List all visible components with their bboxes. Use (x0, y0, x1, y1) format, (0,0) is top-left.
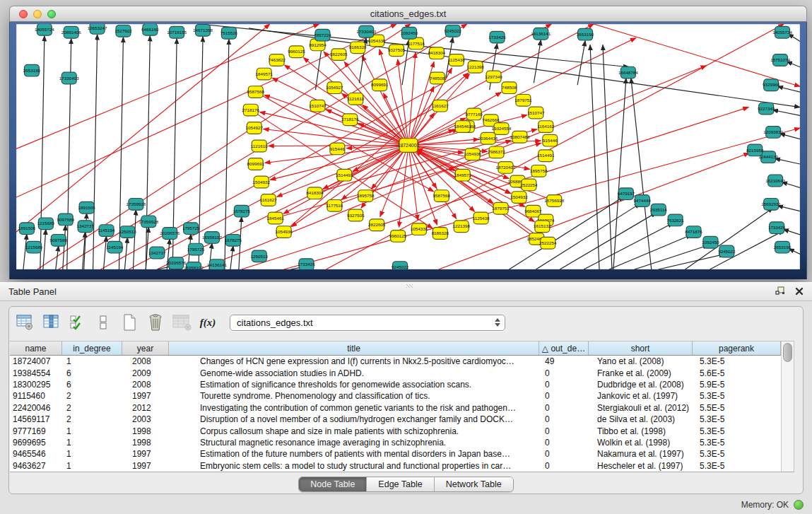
network-edge[interactable] (23, 234, 27, 269)
network-node[interactable]: 1121610 (251, 140, 268, 152)
network-node[interactable]: 20891406 (61, 26, 81, 38)
network-node[interactable]: 1054936 (464, 148, 481, 160)
network-node[interactable]: 17359928 (126, 199, 146, 211)
table-row[interactable]: 969969511998Structural magnetic resonanc… (10, 437, 781, 448)
table-mode-icon[interactable] (15, 313, 35, 332)
network-node[interactable]: 2522254 (539, 237, 557, 249)
network-node[interactable]: 1121610 (347, 93, 364, 105)
column-header-pagerank[interactable]: pagerank (693, 341, 781, 355)
network-node[interactable]: 15756928 (544, 195, 564, 207)
network-node[interactable]: 1215689 (25, 241, 43, 253)
network-edge[interactable] (324, 52, 405, 141)
network-node[interactable]: 1054336 (411, 223, 428, 235)
network-node[interactable]: 7857224 (314, 29, 331, 41)
network-node[interactable]: 1125438 (473, 212, 490, 224)
network-edge[interactable] (686, 208, 774, 269)
tab-node-table[interactable]: Node Table (299, 477, 367, 491)
network-canvas[interactable]: 1872400718495719587568271817610549271121… (16, 24, 800, 269)
network-edge[interactable] (534, 40, 541, 83)
network-node[interactable]: 915446 (543, 134, 558, 146)
network-node[interactable]: 9960125 (288, 46, 305, 58)
network-edge[interactable] (93, 35, 98, 269)
network-node[interactable]: 9227343 (758, 103, 775, 115)
network-node[interactable]: 1891506 (18, 223, 36, 235)
column-header-year[interactable]: year (122, 341, 169, 355)
network-node[interactable]: 1125438 (448, 54, 465, 66)
network-edge[interactable] (264, 95, 404, 144)
network-node[interactable]: 6466160 (141, 24, 159, 35)
network-edge[interactable] (775, 158, 800, 164)
network-node[interactable]: 1845461 (266, 212, 284, 224)
column-header-in_degree[interactable]: in_degree (62, 341, 122, 355)
network-edge[interactable] (288, 73, 469, 228)
network-node[interactable]: 2653190 (774, 241, 792, 253)
network-node[interactable]: 1054936 (275, 226, 293, 238)
network-edge[interactable] (43, 229, 46, 269)
network-node[interactable]: 1795725 (187, 243, 205, 255)
column-header-title[interactable]: title (169, 341, 539, 355)
network-node[interactable]: 1510747 (527, 107, 545, 119)
network-node[interactable]: 7632621 (666, 214, 684, 226)
network-node[interactable]: 2935114 (650, 204, 667, 216)
network-node[interactable]: 9329966 (763, 79, 780, 91)
network-node[interactable]: 1161627 (432, 100, 449, 112)
network-edge[interactable] (603, 45, 612, 269)
network-edge[interactable] (409, 151, 418, 220)
network-node[interactable]: 1250513 (251, 250, 269, 262)
network-node[interactable]: 7986372 (488, 146, 505, 158)
network-node[interactable]: 9245022 (445, 25, 462, 37)
network-node[interactable]: 1733426 (298, 259, 315, 269)
network-node[interactable]: 1615132 (534, 221, 551, 233)
column-header-out_de[interactable]: △ out_de… (539, 341, 589, 355)
network-node[interactable]: 1215689 (37, 218, 55, 230)
network-node[interactable]: 1054927 (246, 122, 264, 134)
network-node[interactable]: 7515526 (220, 27, 238, 39)
network-edge[interactable] (783, 229, 800, 235)
network-edge[interactable] (230, 246, 233, 269)
network-node[interactable]: 2822605 (330, 49, 348, 61)
network-node[interactable]: 16958107 (184, 262, 204, 269)
network-node[interactable]: 9587568 (247, 86, 265, 98)
network-node[interactable]: 915446 (330, 143, 345, 155)
network-node[interactable]: 1145194 (98, 225, 115, 237)
network-node[interactable]: 9245022 (718, 245, 736, 257)
network-node[interactable]: 1054927 (326, 82, 343, 94)
close-button[interactable] (19, 10, 28, 18)
network-node[interactable]: 17359928 (139, 216, 158, 228)
network-node[interactable]: 10807488 (510, 131, 529, 143)
network-node[interactable]: 14136141 (531, 28, 551, 40)
network-node[interactable]: 14671358 (193, 24, 213, 36)
minimize-button[interactable] (33, 10, 42, 18)
table-row[interactable]: 1830029562008Estimation of significance … (10, 379, 781, 390)
network-node[interactable]: 15692931 (761, 199, 781, 211)
network-node[interactable]: 1342737 (76, 221, 94, 233)
network-node[interactable]: 2718176 (242, 104, 260, 116)
network-node[interactable]: 7463822 (268, 54, 286, 66)
panel-resize-handle[interactable] (406, 284, 413, 288)
network-node[interactable]: 2522254 (520, 179, 538, 191)
table-row[interactable]: 2242004622012Investigating the contribut… (10, 402, 781, 414)
network-node[interactable]: 1514491 (537, 150, 555, 162)
network-node[interactable]: 1161627 (260, 194, 277, 206)
window-titlebar[interactable]: citations_edges.txt (9, 6, 807, 22)
memory-ok-indicator[interactable] (794, 500, 804, 510)
network-node[interactable]: 10719155 (167, 26, 187, 38)
network-node[interactable]: 1250513 (119, 226, 136, 238)
network-node[interactable]: 2653190 (577, 28, 594, 40)
network-node[interactable]: 1221398 (453, 221, 471, 233)
network-edge[interactable] (56, 246, 59, 269)
network-node[interactable]: 1891506 (78, 201, 95, 214)
network-node[interactable]: 17330403 (356, 25, 376, 37)
network-node[interactable]: 9097588 (50, 234, 68, 246)
table-row[interactable]: 946362711997Embryonic stem cells: a mode… (10, 460, 781, 472)
network-node[interactable]: 9587568 (433, 190, 451, 202)
network-node[interactable]: 12093832 (763, 127, 783, 139)
network-edge[interactable] (635, 245, 709, 269)
network-node[interactable]: 2653190 (23, 64, 41, 76)
network-node[interactable]: 8186328 (349, 42, 367, 54)
network-node[interactable]: 10653247 (88, 24, 107, 34)
network-node[interactable]: 9777169 (465, 108, 483, 120)
close-panel-icon[interactable] (795, 286, 804, 298)
network-node[interactable]: 8215958 (746, 144, 764, 156)
network-edge[interactable] (133, 210, 136, 269)
